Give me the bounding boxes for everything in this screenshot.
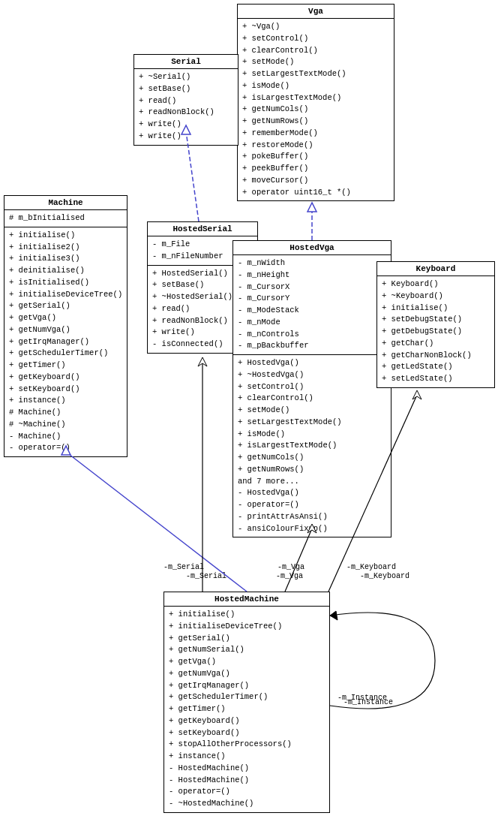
svg-marker-13 xyxy=(412,390,422,399)
hostedvga-fields: - m_nWidth - m_nHeight - m_CursorX - m_C… xyxy=(233,255,391,355)
svg-marker-7 xyxy=(198,357,207,366)
label-m-instance: -m_Instance xyxy=(344,698,393,706)
machine-fields: # m_bInitialised xyxy=(4,210,127,227)
label-m-serial: -m_Serial xyxy=(186,572,226,580)
hostedmachine-header: HostedMachine xyxy=(164,592,329,607)
hostedvga-methods: + HostedVga() + ~HostedVga() + setContro… xyxy=(233,355,391,537)
hostedvga-header: HostedVga xyxy=(233,241,391,255)
svg-text:-m_Serial: -m_Serial xyxy=(164,563,204,571)
svg-marker-1 xyxy=(308,203,316,212)
diagram-container: Vga + ~Vga() + setControl() + clearContr… xyxy=(0,0,504,828)
vga-header: Vga xyxy=(238,5,394,19)
label-m-vga: -m_Vga xyxy=(276,572,303,580)
serial-class: Serial + ~Serial() + setBase() + read() … xyxy=(134,54,238,146)
hostedserial-header: HostedSerial xyxy=(148,222,257,236)
serial-header: Serial xyxy=(134,55,238,69)
hostedmachine-methods: + initialise() + initialiseDeviceTree() … xyxy=(164,607,329,812)
hostedvga-class: HostedVga - m_nWidth - m_nHeight - m_Cur… xyxy=(232,240,392,537)
svg-line-4 xyxy=(66,452,247,592)
svg-marker-15 xyxy=(330,611,338,620)
label-m-keyboard: -m_Keyboard xyxy=(360,572,410,580)
machine-methods: + initialise() + initialise2() + initial… xyxy=(4,227,127,456)
svg-text:-m_Vga: -m_Vga xyxy=(278,563,304,571)
machine-class: Machine # m_bInitialised + initialise() … xyxy=(4,195,128,457)
vga-methods: + ~Vga() + setControl() + clearControl()… xyxy=(238,19,394,200)
svg-line-9 xyxy=(285,528,312,592)
keyboard-methods: + Keyboard() + ~Keyboard() + initialise(… xyxy=(377,276,494,387)
keyboard-header: Keyboard xyxy=(377,262,494,276)
serial-methods: + ~Serial() + setBase() + read() + readN… xyxy=(134,69,238,145)
vga-class: Vga + ~Vga() + setControl() + clearContr… xyxy=(237,4,394,201)
keyboard-class: Keyboard + Keyboard() + ~Keyboard() + in… xyxy=(376,261,495,388)
hostedmachine-class: HostedMachine + initialise() + initialis… xyxy=(164,592,330,813)
svg-text:-m_Keyboard: -m_Keyboard xyxy=(346,563,396,571)
machine-header: Machine xyxy=(4,196,127,210)
